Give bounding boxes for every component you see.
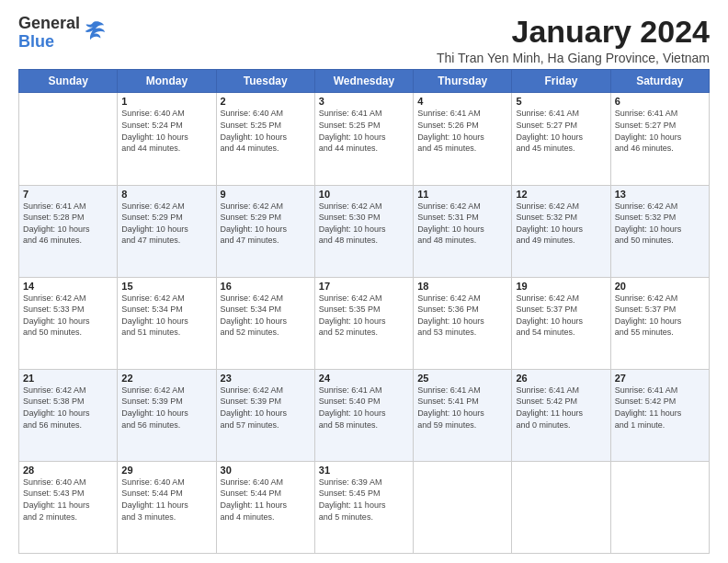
- table-row: 27Sunrise: 6:41 AMSunset: 5:42 PMDayligh…: [610, 369, 709, 461]
- day-number: 17: [319, 281, 409, 292]
- day-info: Sunrise: 6:40 AMSunset: 5:43 PMDaylight:…: [23, 477, 113, 523]
- calendar-week-row: 21Sunrise: 6:42 AMSunset: 5:38 PMDayligh…: [19, 369, 710, 461]
- day-info: Sunrise: 6:42 AMSunset: 5:37 PMDaylight:…: [516, 293, 606, 339]
- day-number: 22: [121, 373, 211, 384]
- day-number: 6: [615, 96, 705, 107]
- day-info: Sunrise: 6:41 AMSunset: 5:25 PMDaylight:…: [319, 108, 409, 154]
- day-number: 15: [121, 281, 211, 292]
- day-number: 14: [23, 281, 113, 292]
- day-info: Sunrise: 6:42 AMSunset: 5:38 PMDaylight:…: [23, 385, 113, 431]
- day-info: Sunrise: 6:42 AMSunset: 5:37 PMDaylight:…: [615, 293, 705, 339]
- page: General Blue January 2024 Thi Tran Yen M…: [0, 0, 728, 563]
- day-info: Sunrise: 6:42 AMSunset: 5:39 PMDaylight:…: [221, 385, 311, 431]
- table-row: 23Sunrise: 6:42 AMSunset: 5:39 PMDayligh…: [216, 369, 314, 461]
- day-number: 8: [121, 189, 211, 200]
- table-row: 26Sunrise: 6:41 AMSunset: 5:42 PMDayligh…: [512, 369, 610, 461]
- day-number: 23: [221, 373, 311, 384]
- table-row: 13Sunrise: 6:42 AMSunset: 5:32 PMDayligh…: [610, 185, 709, 277]
- day-info: Sunrise: 6:41 AMSunset: 5:27 PMDaylight:…: [615, 108, 705, 154]
- table-row: 31Sunrise: 6:39 AMSunset: 5:45 PMDayligh…: [314, 461, 413, 553]
- day-number: 2: [221, 96, 311, 107]
- table-row: 17Sunrise: 6:42 AMSunset: 5:35 PMDayligh…: [314, 277, 413, 369]
- table-row: 16Sunrise: 6:42 AMSunset: 5:34 PMDayligh…: [216, 277, 314, 369]
- table-row: 18Sunrise: 6:42 AMSunset: 5:36 PMDayligh…: [414, 277, 512, 369]
- col-wednesday: Wednesday: [314, 70, 413, 93]
- calendar-table: Sunday Monday Tuesday Wednesday Thursday…: [18, 69, 710, 554]
- table-row: 12Sunrise: 6:42 AMSunset: 5:32 PMDayligh…: [512, 185, 610, 277]
- day-info: Sunrise: 6:42 AMSunset: 5:32 PMDaylight:…: [615, 201, 705, 247]
- calendar-week-row: 7Sunrise: 6:41 AMSunset: 5:28 PMDaylight…: [19, 185, 710, 277]
- day-info: Sunrise: 6:41 AMSunset: 5:41 PMDaylight:…: [417, 385, 507, 431]
- day-info: Sunrise: 6:39 AMSunset: 5:45 PMDaylight:…: [319, 477, 409, 523]
- col-saturday: Saturday: [610, 70, 709, 93]
- calendar-header-row: Sunday Monday Tuesday Wednesday Thursday…: [19, 70, 710, 93]
- day-info: Sunrise: 6:42 AMSunset: 5:32 PMDaylight:…: [516, 201, 606, 247]
- calendar-week-row: 14Sunrise: 6:42 AMSunset: 5:33 PMDayligh…: [19, 277, 710, 369]
- day-number: 12: [516, 189, 606, 200]
- table-row: [610, 461, 709, 553]
- logo-text: General Blue: [18, 15, 80, 52]
- day-info: Sunrise: 6:42 AMSunset: 5:33 PMDaylight:…: [23, 293, 113, 339]
- month-title: January 2024: [437, 15, 710, 49]
- table-row: 15Sunrise: 6:42 AMSunset: 5:34 PMDayligh…: [118, 277, 216, 369]
- table-row: 8Sunrise: 6:42 AMSunset: 5:29 PMDaylight…: [118, 185, 216, 277]
- table-row: 14Sunrise: 6:42 AMSunset: 5:33 PMDayligh…: [19, 277, 118, 369]
- day-info: Sunrise: 6:42 AMSunset: 5:29 PMDaylight:…: [221, 201, 311, 247]
- table-row: 1Sunrise: 6:40 AMSunset: 5:24 PMDaylight…: [118, 93, 216, 185]
- logo: General Blue: [18, 15, 106, 52]
- calendar-week-row: 28Sunrise: 6:40 AMSunset: 5:43 PMDayligh…: [19, 461, 710, 553]
- day-number: 13: [615, 189, 705, 200]
- day-info: Sunrise: 6:42 AMSunset: 5:39 PMDaylight:…: [121, 385, 211, 431]
- table-row: 20Sunrise: 6:42 AMSunset: 5:37 PMDayligh…: [610, 277, 709, 369]
- day-info: Sunrise: 6:40 AMSunset: 5:44 PMDaylight:…: [221, 477, 311, 523]
- col-thursday: Thursday: [414, 70, 512, 93]
- day-info: Sunrise: 6:42 AMSunset: 5:35 PMDaylight:…: [319, 293, 409, 339]
- day-number: 29: [121, 465, 211, 476]
- col-friday: Friday: [512, 70, 610, 93]
- day-number: 1: [121, 96, 211, 107]
- header: General Blue January 2024 Thi Tran Yen M…: [18, 15, 710, 65]
- table-row: 25Sunrise: 6:41 AMSunset: 5:41 PMDayligh…: [414, 369, 512, 461]
- day-info: Sunrise: 6:41 AMSunset: 5:42 PMDaylight:…: [615, 385, 705, 431]
- day-number: 16: [221, 281, 311, 292]
- table-row: 7Sunrise: 6:41 AMSunset: 5:28 PMDaylight…: [19, 185, 118, 277]
- table-row: [414, 461, 512, 553]
- day-info: Sunrise: 6:40 AMSunset: 5:44 PMDaylight:…: [121, 477, 211, 523]
- day-number: 28: [23, 465, 113, 476]
- day-number: 18: [417, 281, 507, 292]
- day-number: 24: [319, 373, 409, 384]
- table-row: 30Sunrise: 6:40 AMSunset: 5:44 PMDayligh…: [216, 461, 314, 553]
- day-number: 20: [615, 281, 705, 292]
- day-number: 3: [319, 96, 409, 107]
- table-row: 6Sunrise: 6:41 AMSunset: 5:27 PMDaylight…: [610, 93, 709, 185]
- day-info: Sunrise: 6:42 AMSunset: 5:34 PMDaylight:…: [121, 293, 211, 339]
- day-number: 19: [516, 281, 606, 292]
- day-info: Sunrise: 6:41 AMSunset: 5:26 PMDaylight:…: [417, 108, 507, 154]
- logo-bird-icon: [80, 18, 106, 44]
- col-sunday: Sunday: [19, 70, 118, 93]
- day-number: 5: [516, 96, 606, 107]
- day-info: Sunrise: 6:41 AMSunset: 5:28 PMDaylight:…: [23, 201, 113, 247]
- day-info: Sunrise: 6:40 AMSunset: 5:25 PMDaylight:…: [221, 108, 311, 154]
- title-block: January 2024 Thi Tran Yen Minh, Ha Giang…: [437, 15, 710, 65]
- day-number: 4: [417, 96, 507, 107]
- table-row: 19Sunrise: 6:42 AMSunset: 5:37 PMDayligh…: [512, 277, 610, 369]
- day-info: Sunrise: 6:41 AMSunset: 5:40 PMDaylight:…: [319, 385, 409, 431]
- logo-general: General: [18, 15, 80, 33]
- table-row: 24Sunrise: 6:41 AMSunset: 5:40 PMDayligh…: [314, 369, 413, 461]
- day-number: 7: [23, 189, 113, 200]
- table-row: 5Sunrise: 6:41 AMSunset: 5:27 PMDaylight…: [512, 93, 610, 185]
- day-info: Sunrise: 6:41 AMSunset: 5:42 PMDaylight:…: [516, 385, 606, 431]
- day-number: 26: [516, 373, 606, 384]
- day-info: Sunrise: 6:42 AMSunset: 5:36 PMDaylight:…: [417, 293, 507, 339]
- day-number: 27: [615, 373, 705, 384]
- day-number: 10: [319, 189, 409, 200]
- day-info: Sunrise: 6:40 AMSunset: 5:24 PMDaylight:…: [121, 108, 211, 154]
- day-number: 21: [23, 373, 113, 384]
- day-number: 30: [221, 465, 311, 476]
- table-row: [512, 461, 610, 553]
- table-row: 21Sunrise: 6:42 AMSunset: 5:38 PMDayligh…: [19, 369, 118, 461]
- col-tuesday: Tuesday: [216, 70, 314, 93]
- table-row: 2Sunrise: 6:40 AMSunset: 5:25 PMDaylight…: [216, 93, 314, 185]
- day-info: Sunrise: 6:41 AMSunset: 5:27 PMDaylight:…: [516, 108, 606, 154]
